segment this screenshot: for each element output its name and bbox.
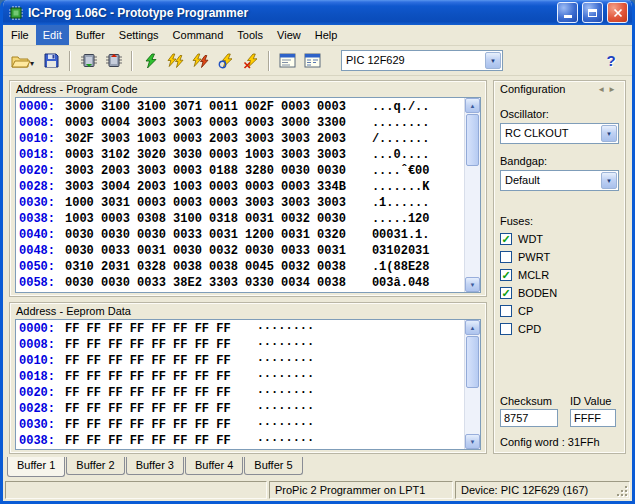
hex-row[interactable]: 0030:1000 3031 0003 0003 0003 3003 3003 … bbox=[19, 195, 464, 211]
hex-row[interactable]: 0000:FF FF FF FF FF FF FF FF········ bbox=[19, 321, 464, 337]
row-address: 0020: bbox=[19, 386, 55, 400]
fuse-boden[interactable]: ✓BODEN bbox=[500, 286, 619, 299]
fuse-mclr[interactable]: ✓MCLR bbox=[500, 268, 619, 281]
minimize-button[interactable] bbox=[557, 2, 578, 23]
menu-command[interactable]: Command bbox=[166, 25, 231, 45]
code-window-button[interactable] bbox=[275, 49, 300, 73]
hex-row[interactable]: 0020:FF FF FF FF FF FF FF FF········ bbox=[19, 385, 464, 401]
id-value-field[interactable]: FFFF bbox=[570, 409, 616, 427]
hex-row[interactable]: 0038:1003 0003 0308 3100 0318 0031 0032 … bbox=[19, 211, 464, 227]
lightning-x-icon bbox=[243, 53, 259, 69]
scroll-up-icon[interactable]: ▲ bbox=[465, 320, 480, 335]
program-code-scrollbar[interactable]: ▲ ▼ bbox=[464, 98, 480, 292]
oscillator-select[interactable]: RC CLKOUT ▼ bbox=[500, 123, 619, 144]
tab-buffer-2[interactable]: Buffer 2 bbox=[66, 457, 124, 475]
config-next-icon[interactable]: ► bbox=[608, 85, 619, 94]
blank-check-button[interactable] bbox=[213, 49, 238, 73]
program-all-button[interactable] bbox=[101, 49, 126, 73]
read-chip-icon bbox=[79, 52, 99, 69]
checksum-field: 8757 bbox=[500, 409, 558, 427]
scroll-track[interactable] bbox=[465, 388, 480, 434]
device-select[interactable]: PIC 12F629 ▼ bbox=[341, 50, 503, 71]
title-bar[interactable]: IC-Prog 1.06C - Prototype Programmer bbox=[3, 0, 632, 25]
menu-tools[interactable]: Tools bbox=[230, 25, 270, 45]
row-hex: 302F 3003 1003 0003 2003 3003 3003 2003 bbox=[65, 132, 346, 146]
hex-row[interactable]: 0010:FF FF FF FF FF FF FF FF········ bbox=[19, 353, 464, 369]
assembler-window-button[interactable] bbox=[300, 49, 325, 73]
menu-help[interactable]: Help bbox=[308, 25, 345, 45]
hex-row[interactable]: 0010:302F 3003 1003 0003 2003 3003 3003 … bbox=[19, 131, 464, 147]
scroll-thumb[interactable] bbox=[466, 114, 479, 166]
scroll-down-icon[interactable]: ▼ bbox=[465, 277, 480, 292]
program-data-button[interactable] bbox=[188, 49, 213, 73]
scroll-track[interactable] bbox=[465, 166, 480, 277]
fuse-wdt[interactable]: ✓WDT bbox=[500, 232, 619, 245]
scroll-up-icon[interactable]: ▲ bbox=[465, 98, 480, 113]
tab-buffer-5[interactable]: Buffer 5 bbox=[244, 457, 302, 475]
maximize-button[interactable] bbox=[582, 2, 603, 23]
row-ascii: ...0.... bbox=[372, 148, 430, 162]
save-button[interactable] bbox=[39, 49, 64, 73]
dropdown-arrow-icon[interactable]: ▼ bbox=[485, 52, 501, 69]
hex-row[interactable]: 0058:0030 0030 0033 38E2 3303 0330 0034 … bbox=[19, 275, 464, 291]
hex-row[interactable]: 0028:FF FF FF FF FF FF FF FF········ bbox=[19, 401, 464, 417]
hex-row[interactable]: 0020:3003 2003 3003 0003 0188 3280 0030 … bbox=[19, 163, 464, 179]
row-ascii: 003â.048 bbox=[372, 276, 430, 290]
fuse-label: PWRT bbox=[518, 251, 550, 263]
program-code-button[interactable] bbox=[138, 49, 163, 73]
hex-row[interactable]: 0008:FF FF FF FF FF FF FF FF········ bbox=[19, 337, 464, 353]
tab-buffer-4[interactable]: Buffer 4 bbox=[185, 457, 243, 475]
row-hex: 0003 0004 3003 3003 0003 0003 3000 3300 bbox=[65, 116, 346, 130]
dropdown-arrow-icon[interactable]: ▼ bbox=[601, 172, 617, 189]
fuse-checkbox[interactable]: ✓ bbox=[500, 287, 512, 299]
menu-bar: FileEditBufferSettingsCommandToolsViewHe… bbox=[3, 25, 632, 46]
read-all-button[interactable] bbox=[76, 49, 101, 73]
menu-view[interactable]: View bbox=[270, 25, 308, 45]
hex-row[interactable]: 0038:FF FF FF FF FF FF FF FF········ bbox=[19, 433, 464, 449]
id-value-label: ID Value bbox=[570, 395, 611, 407]
tab-buffer-3[interactable]: Buffer 3 bbox=[126, 457, 184, 475]
help-button[interactable]: ? bbox=[599, 52, 623, 69]
hex-row[interactable]: 0030:FF FF FF FF FF FF FF FF········ bbox=[19, 417, 464, 433]
fuse-checkbox[interactable] bbox=[500, 251, 512, 263]
hex-row[interactable]: 0000:3000 3100 3100 3071 0011 002F 0003 … bbox=[19, 99, 464, 115]
eeprom-rows[interactable]: 0000:FF FF FF FF FF FF FF FF········0008… bbox=[16, 320, 464, 449]
row-hex: 3000 3100 3100 3071 0011 002F 0003 0003 bbox=[65, 100, 346, 114]
program-code-rows[interactable]: 0000:3000 3100 3100 3071 0011 002F 0003 … bbox=[16, 98, 464, 292]
config-prev-icon[interactable]: ◄ bbox=[597, 85, 608, 94]
hex-row[interactable]: 0018:FF FF FF FF FF FF FF FF········ bbox=[19, 369, 464, 385]
status-device-text: Device: PIC 12F629 (167) bbox=[461, 484, 588, 496]
tab-buffer-1[interactable]: Buffer 1 bbox=[7, 457, 65, 477]
close-button[interactable] bbox=[607, 2, 628, 23]
row-address: 0050: bbox=[19, 260, 55, 274]
erase-all-button[interactable] bbox=[238, 49, 263, 73]
fuse-checkbox[interactable] bbox=[500, 305, 512, 317]
eeprom-data-group: Address - Eeprom Data 0000:FF FF FF FF F… bbox=[9, 302, 487, 454]
row-hex: FF FF FF FF FF FF FF FF bbox=[65, 434, 231, 448]
scroll-thumb[interactable] bbox=[466, 336, 479, 388]
eeprom-scrollbar[interactable]: ▲ ▼ bbox=[464, 320, 480, 449]
scroll-down-icon[interactable]: ▼ bbox=[465, 434, 480, 449]
hex-row[interactable]: 0040:0030 0030 0030 0033 0031 1200 0031 … bbox=[19, 227, 464, 243]
bandgap-select[interactable]: Default ▼ bbox=[500, 170, 619, 191]
menu-buffer[interactable]: Buffer bbox=[69, 25, 112, 45]
hex-row[interactable]: 0028:3003 3004 2003 1003 0003 0003 0003 … bbox=[19, 179, 464, 195]
open-dropdown-icon[interactable]: ▾ bbox=[30, 59, 34, 68]
row-hex: 1000 3031 0003 0003 0003 3003 3003 3003 bbox=[65, 196, 346, 210]
menu-settings[interactable]: Settings bbox=[112, 25, 166, 45]
menu-edit[interactable]: Edit bbox=[36, 25, 69, 45]
verify-button[interactable] bbox=[163, 49, 188, 73]
hex-row[interactable]: 0008:0003 0004 3003 3003 0003 0003 3000 … bbox=[19, 115, 464, 131]
fuse-cpd[interactable]: CPD bbox=[500, 322, 619, 335]
resize-grip[interactable] bbox=[616, 485, 629, 498]
fuse-cp[interactable]: CP bbox=[500, 304, 619, 317]
dropdown-arrow-icon[interactable]: ▼ bbox=[601, 125, 617, 142]
hex-row[interactable]: 0018:0003 3102 3020 3030 0003 1003 3003 … bbox=[19, 147, 464, 163]
fuse-pwrt[interactable]: PWRT bbox=[500, 250, 619, 263]
fuse-checkbox[interactable] bbox=[500, 323, 512, 335]
fuse-checkbox[interactable]: ✓ bbox=[500, 269, 512, 281]
hex-row[interactable]: 0050:0310 2031 0328 0038 0038 0045 0032 … bbox=[19, 259, 464, 275]
fuse-checkbox[interactable]: ✓ bbox=[500, 233, 512, 245]
menu-file[interactable]: File bbox=[4, 25, 36, 45]
hex-row[interactable]: 0048:0030 0033 0031 0030 0032 0030 0033 … bbox=[19, 243, 464, 259]
